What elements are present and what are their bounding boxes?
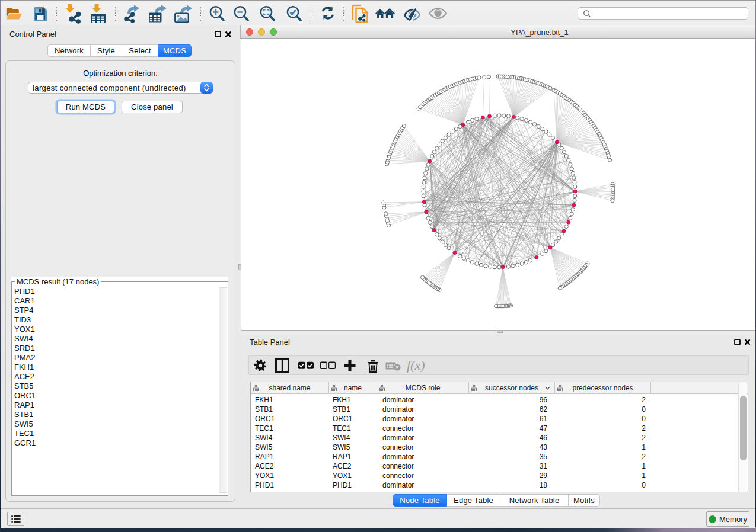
svg-text:f(x): f(x) <box>407 358 425 373</box>
